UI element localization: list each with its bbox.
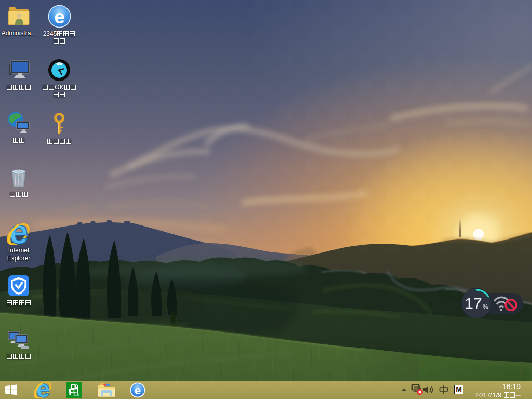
svg-text:e: e [135,384,141,397]
svg-text:e: e [36,382,50,398]
svg-text:17: 17 [464,295,482,312]
svg-text:%: % [483,303,488,311]
